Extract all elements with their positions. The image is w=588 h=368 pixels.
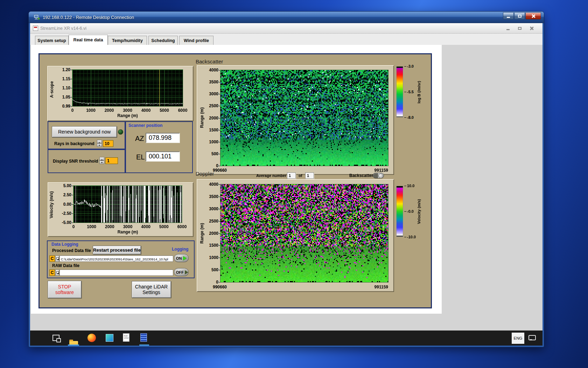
restore-icon (518, 27, 522, 30)
velocity-y-ticks: 5.002.500.00-2.50-5.00 (55, 186, 72, 223)
app-restore-button[interactable] (514, 25, 526, 32)
renew-background-button[interactable]: Renew background now (52, 126, 117, 137)
tick-label: -10.0 (407, 235, 416, 239)
tick-label: 6000 (178, 108, 188, 113)
rays-spinner[interactable] (97, 140, 102, 147)
scanner-position-box: Scanner position AZ 078.998 EL 000.101 (125, 121, 193, 173)
scan-schedule-file-icon[interactable]: Scan sched (123, 333, 130, 342)
snr-spinner[interactable] (99, 157, 104, 164)
velocity-y-axis-label: Velocity (m/s) (49, 186, 54, 223)
rdp-window: 192.168.0.122 - Remote Desktop Connectio… (29, 12, 544, 347)
tab-temp-humidity[interactable]: Temp/humidity (108, 36, 147, 45)
rdp-close-button[interactable] (525, 12, 541, 20)
processed-drive-selector[interactable]: C (49, 255, 55, 262)
rays-value-field[interactable]: 10 (103, 140, 113, 147)
increment-icon[interactable] (99, 157, 104, 161)
doppler-heatmap (220, 184, 388, 282)
ascope-plot (72, 70, 183, 106)
app-minimize-button[interactable] (502, 25, 514, 32)
doppler-graph-box: Range (m) 400035003000250020001500100050… (197, 179, 394, 292)
tick-label: -2.50 (62, 211, 71, 216)
decrement-icon[interactable] (97, 143, 102, 147)
tab-wind-profile[interactable]: Wind profile (179, 36, 214, 45)
log-document-running-indicator (139, 345, 149, 346)
rays-in-background-label: Rays in background (54, 141, 94, 146)
tick-label: 1000 (209, 255, 218, 260)
firefox-icon[interactable] (88, 334, 96, 342)
raw-browse-icon[interactable] (55, 270, 59, 276)
doppler-colorbar-label: Velocity (m/s) (417, 193, 421, 230)
tick-label: -8.0 (407, 115, 414, 120)
tick-label: 10.0 (407, 184, 414, 188)
scanner-position-title: Scanner position (128, 123, 162, 128)
ascope-x-ticks: 0100020003000400050006000 (72, 108, 183, 113)
tick-label: 1000 (209, 139, 218, 144)
increment-icon[interactable] (97, 140, 102, 143)
tick-label: 0 (71, 108, 74, 113)
tick-label: -0.0 (407, 209, 414, 213)
doppler-section-title: Doppler (196, 171, 214, 177)
velocity-x-axis-label: Range (m) (74, 230, 182, 234)
backscatter-display-toggle[interactable] (373, 173, 384, 178)
desktop: 192.168.0.122 - Remote Desktop Connectio… (0, 0, 588, 368)
ascope-y-axis-label: A-scope (49, 75, 54, 103)
app-close-button[interactable] (526, 25, 538, 32)
language-indicator[interactable]: ENG (512, 333, 524, 344)
notification-chat-icon[interactable] (528, 335, 536, 340)
processed-logging-toggle[interactable]: ON (174, 254, 189, 262)
decrement-icon[interactable] (99, 161, 104, 164)
task-view-icon[interactable] (52, 335, 59, 341)
tick-label: 3000 (209, 91, 218, 96)
file-explorer-running-indicator (68, 345, 79, 346)
photos-app-icon[interactable] (106, 334, 113, 342)
tick-label: 0.99 (62, 104, 70, 109)
app-titlebar[interactable]: StreamLine XR v14-6.vi (30, 23, 542, 34)
tick-label: 2500 (209, 219, 218, 224)
rdp-minimize-button[interactable] (503, 12, 514, 20)
tick-label: 1500 (209, 128, 218, 132)
tick-label: 5000 (160, 108, 169, 113)
tick-label: 1.10 (62, 86, 70, 90)
change-lidar-settings-button[interactable]: Change LiDAR Settings (132, 281, 171, 298)
tick-label: 5000 (159, 224, 169, 229)
tick-label: 4000 (209, 182, 218, 187)
tick-label: 1500 (209, 243, 218, 248)
processed-browse-icon[interactable] (55, 255, 59, 262)
az-readout: 078.998 (146, 133, 180, 143)
velocity-x-ticks: 0100020003000400050006000 (74, 224, 182, 229)
tab-system-setup[interactable]: System setup (35, 36, 69, 45)
doppler-x-start: 990660 (213, 285, 227, 289)
log-document-icon[interactable] (140, 333, 147, 342)
raw-path-field[interactable] (59, 270, 173, 276)
tab-scheduling[interactable]: Scheduling (148, 36, 178, 45)
background-controls-box: Renew background now Rays in background … (48, 121, 125, 149)
tick-label: -3.0 (407, 64, 414, 68)
backscatter-x-start: 990660 (213, 168, 227, 173)
rdp-maximize-button[interactable] (514, 12, 525, 20)
average-total-field[interactable]: 1 (305, 172, 314, 179)
data-logging-title: Data Logging (51, 242, 78, 247)
tick-label: 2000 (209, 116, 218, 121)
tick-label: 3500 (209, 194, 218, 199)
rdp-window-title: 192.168.0.122 - Remote Desktop Connectio… (43, 15, 134, 20)
tick-label: 0 (72, 224, 75, 229)
maximize-icon (518, 15, 522, 18)
raw-logging-toggle[interactable]: OFF (174, 268, 189, 276)
restart-processed-file-button[interactable]: Restart processed file (93, 246, 141, 254)
snr-value-field[interactable]: 1 (105, 157, 118, 164)
stop-software-button[interactable]: STOP software (48, 281, 82, 298)
tick-label: -5.5 (407, 90, 414, 94)
tick-label: 1.20 (62, 67, 70, 72)
el-readout: 000.101 (146, 151, 180, 162)
average-number-field[interactable]: 1 (287, 172, 296, 179)
tab-real-time-data[interactable]: Real time data (69, 35, 108, 45)
stop-button-line1: STOP (58, 284, 71, 289)
rdp-titlebar[interactable]: 192.168.0.122 - Remote Desktop Connectio… (29, 12, 544, 23)
average-number-label: Average number (256, 173, 286, 178)
velocity-graph-box: Velocity (m/s) 5.002.500.00-2.50-5.00 01… (48, 182, 194, 237)
raw-data-file-label: RAW Data file (52, 263, 79, 268)
raw-drive-selector[interactable]: C (49, 270, 55, 276)
processed-path-field[interactable] (59, 255, 173, 262)
tick-label: 1000 (87, 224, 96, 229)
tick-label: 4000 (141, 108, 151, 113)
